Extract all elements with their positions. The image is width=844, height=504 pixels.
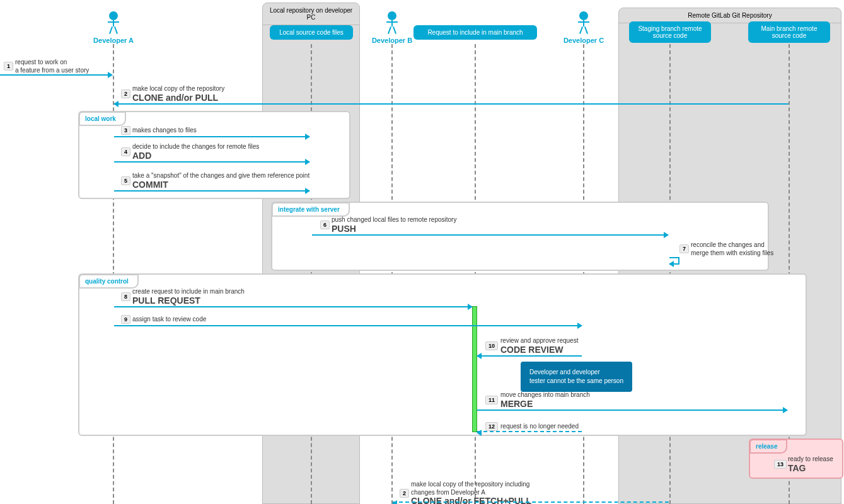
actor-dev-b: Developer B — [367, 11, 417, 44]
actor-label-b: Developer B — [367, 37, 417, 44]
step-9-num: 9 — [121, 315, 130, 324]
arrow-5 — [114, 190, 309, 192]
step-6-big: PUSH — [332, 223, 356, 234]
step-13-num: 13 — [774, 460, 787, 469]
step-14-num: 2 — [400, 489, 409, 498]
step-6-num: 6 — [320, 220, 330, 229]
staging-box: Staging branch remote source code — [629, 21, 711, 43]
step-7-text: reconcile the changes and merge them wit… — [691, 241, 773, 257]
actor-dev-a: Developer A — [88, 11, 139, 44]
arrow-4 — [114, 161, 309, 163]
frame-integrate: integrate with server — [271, 202, 769, 271]
step-3-num: 3 — [121, 126, 130, 135]
frame-release-label: release — [749, 439, 787, 454]
actor-label-c: Developer C — [558, 37, 609, 44]
step-10-num: 10 — [485, 341, 498, 350]
main-box: Main branch remote source code — [748, 21, 830, 43]
arrow-6 — [312, 234, 668, 236]
step-11-big: MERGE — [500, 398, 533, 410]
arrow-2 — [114, 103, 789, 105]
step-3-text: makes changes to files — [132, 126, 197, 134]
actor-dev-c: Developer C — [558, 11, 609, 44]
step-10-big: CODE REVIEW — [500, 344, 564, 355]
frame-local-work: local work — [78, 111, 350, 199]
arrow-14 — [393, 501, 669, 503]
arrow-1 — [0, 74, 112, 76]
note-tester: Developer and developer tester cannot be… — [521, 362, 632, 392]
step-13-big: TAG — [788, 462, 806, 474]
frame-integrate-label: integrate with server — [272, 202, 350, 217]
step-1-text: request to work on a feature from a user… — [15, 58, 89, 74]
step-4-num: 4 — [121, 147, 130, 156]
step-8-big: PULL REQUEST — [132, 295, 200, 306]
arrow-12 — [477, 431, 582, 432]
actor-label-a: Developer A — [88, 37, 139, 44]
arrow-7b — [678, 257, 679, 263]
step-9-text: assign task to review code — [132, 315, 206, 323]
arrow-10 — [477, 355, 582, 357]
request-box: Request to include in main branch — [413, 25, 537, 40]
step-12-num: 12 — [485, 422, 498, 431]
step-1-num: 1 — [4, 62, 13, 71]
arrow-9 — [114, 325, 582, 326]
step-7-num: 7 — [679, 244, 689, 253]
step-2-big: CLONE and/or PULL — [132, 92, 218, 103]
step-14-text: make local copy of the repository includ… — [411, 480, 529, 496]
arrow-11 — [477, 410, 787, 411]
step-5-big: COMMIT — [132, 179, 168, 190]
local-files-box: Local source code files — [270, 25, 353, 40]
step-12-text: request is no longer needed — [500, 422, 579, 430]
step-2-num: 2 — [121, 89, 130, 98]
arrow-8 — [114, 306, 472, 307]
step-4-big: ADD — [132, 150, 151, 161]
step-8-num: 8 — [121, 292, 130, 301]
arrow-3 — [114, 136, 309, 137]
frame-local-work-label: local work — [79, 112, 126, 126]
step-11-num: 11 — [485, 396, 498, 404]
step-5-num: 5 — [121, 176, 130, 185]
local-repo-header: Local repository on developer PC — [262, 3, 360, 25]
arrow-7c — [669, 263, 679, 265]
frame-quality-label: quality control — [79, 274, 139, 289]
